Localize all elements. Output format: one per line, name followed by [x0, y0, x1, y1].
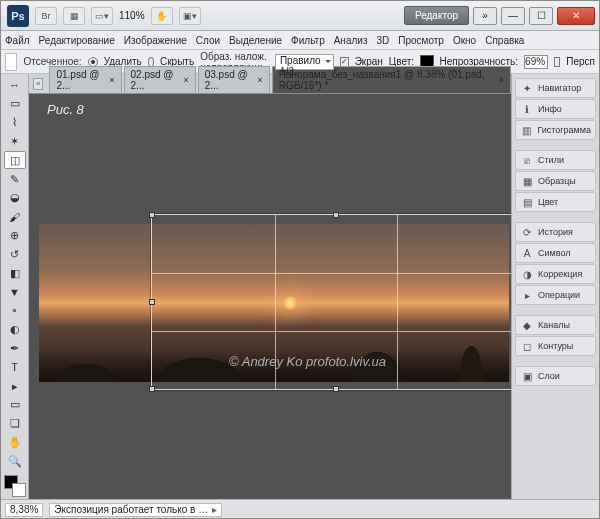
- close-button[interactable]: ✕: [557, 7, 595, 25]
- zoom-tool[interactable]: 🔍: [4, 453, 26, 471]
- minimize-button[interactable]: —: [501, 7, 525, 25]
- panel-Инфо[interactable]: ℹИнфо: [515, 99, 596, 119]
- doc-tab-03[interactable]: 03.psd @ 2...×: [198, 66, 270, 93]
- panel-label: Коррекция: [538, 269, 582, 279]
- menu-file[interactable]: Файл: [5, 35, 30, 46]
- panel-label: Стили: [538, 155, 564, 165]
- crop-handle-n[interactable]: [333, 212, 339, 218]
- panel-Слои[interactable]: ▣Слои: [515, 366, 596, 386]
- panel-Цвет[interactable]: ▤Цвет: [515, 192, 596, 212]
- menu-image[interactable]: Изображение: [124, 35, 187, 46]
- menu-filter[interactable]: Фильтр: [291, 35, 325, 46]
- fg-bg-colors[interactable]: [4, 475, 26, 497]
- panel-label: История: [538, 227, 573, 237]
- pen-tool[interactable]: ✒: [4, 340, 26, 358]
- crop-tool-preset-icon[interactable]: [5, 53, 17, 71]
- crop-handle-w[interactable]: [149, 299, 155, 305]
- blur-tool[interactable]: ∘: [4, 302, 26, 320]
- panel-Символ[interactable]: AСимвол: [515, 243, 596, 263]
- title-zoom[interactable]: 110%: [119, 10, 145, 21]
- brush-tool[interactable]: 🖌: [4, 208, 26, 226]
- panel-icon: ✦: [520, 81, 534, 95]
- shape-tool[interactable]: ▭: [4, 396, 26, 414]
- stamp-tool[interactable]: ⊕: [4, 227, 26, 245]
- title-bar-right: Редактор » — ☐ ✕: [404, 6, 595, 25]
- canvas[interactable]: Рис. 8 © Andrey Ko profoto.lviv.ua: [29, 94, 511, 499]
- panel-История[interactable]: ⟳История: [515, 222, 596, 242]
- panel-Образцы[interactable]: ▦Образцы: [515, 171, 596, 191]
- overlay-select[interactable]: Правило 1/3: [275, 54, 334, 70]
- view-layout-icon[interactable]: ▭▾: [91, 7, 113, 25]
- eraser-tool[interactable]: ◧: [4, 264, 26, 282]
- doc-tab-label: 01.psd @ 2...: [56, 69, 105, 91]
- menu-select[interactable]: Выделение: [229, 35, 282, 46]
- path-select-tool[interactable]: ▸: [4, 377, 26, 395]
- panel-Операции[interactable]: ▸Операции: [515, 285, 596, 305]
- menu-3d[interactable]: 3D: [376, 35, 389, 46]
- panel-Стили[interactable]: ⎚Стили: [515, 150, 596, 170]
- eyedropper-tool[interactable]: ✎: [4, 170, 26, 188]
- panel-Гистограмма[interactable]: ▥Гистограмма: [515, 120, 596, 140]
- hide-radio[interactable]: [148, 57, 154, 67]
- editor-workspace-button[interactable]: Редактор: [404, 6, 469, 25]
- delete-radio[interactable]: [88, 57, 98, 67]
- tab-scroll-icon[interactable]: «: [33, 78, 43, 90]
- lasso-tool[interactable]: ⌇: [4, 114, 26, 132]
- panel-icon: A: [520, 246, 534, 260]
- status-message-text: Экспозиция работает только в …: [54, 504, 208, 515]
- panel-icon: ℹ: [520, 102, 534, 116]
- view-mode-icon[interactable]: ▣▾: [179, 7, 201, 25]
- bridge-icon[interactable]: Br: [35, 7, 57, 25]
- menu-help[interactable]: Справка: [485, 35, 524, 46]
- move-tool[interactable]: ↔: [4, 76, 26, 94]
- close-icon[interactable]: ×: [109, 75, 114, 85]
- gradient-tool[interactable]: ▼: [4, 283, 26, 301]
- menu-edit[interactable]: Редактирование: [39, 35, 115, 46]
- type-tool[interactable]: T: [4, 358, 26, 376]
- maximize-button[interactable]: ☐: [529, 7, 553, 25]
- panel-label: Символ: [538, 248, 570, 258]
- watermark: © Andrey Ko profoto.lviv.ua: [229, 354, 386, 369]
- minibridge-icon[interactable]: ▦: [63, 7, 85, 25]
- crop-tool[interactable]: ◫: [4, 151, 26, 169]
- doc-tab-panorama[interactable]: Панорама_без_названия1 @ 8,38% (01.psd, …: [272, 66, 511, 93]
- status-zoom[interactable]: 8,38%: [5, 503, 43, 517]
- panel-label: Слои: [538, 371, 560, 381]
- panel-label: Гистограмма: [537, 125, 591, 135]
- healing-tool[interactable]: ◒: [4, 189, 26, 207]
- history-brush-tool[interactable]: ↺: [4, 245, 26, 263]
- status-message[interactable]: Экспозиция работает только в …▸: [49, 503, 222, 517]
- perspective-label: Персп: [566, 56, 595, 67]
- marquee-tool[interactable]: ▭: [4, 95, 26, 113]
- menu-view[interactable]: Просмотр: [398, 35, 444, 46]
- panel-Каналы[interactable]: ◆Каналы: [515, 315, 596, 335]
- menu-window[interactable]: Окно: [453, 35, 476, 46]
- workspace-expand-icon[interactable]: »: [473, 7, 497, 25]
- 3d-tool[interactable]: ❏: [4, 415, 26, 433]
- quick-select-tool[interactable]: ✶: [4, 132, 26, 150]
- panel-Коррекция[interactable]: ◑Коррекция: [515, 264, 596, 284]
- crop-handle-s[interactable]: [333, 386, 339, 392]
- panel-icon: ▦: [520, 174, 534, 188]
- menu-analysis[interactable]: Анализ: [334, 35, 368, 46]
- panel-icon: ▤: [520, 195, 534, 209]
- screen-checkbox[interactable]: [340, 57, 349, 67]
- panel-icon: ⎚: [520, 153, 534, 167]
- hand-tool-icon[interactable]: ✋: [151, 7, 173, 25]
- menu-layers[interactable]: Слои: [196, 35, 220, 46]
- panel-Навигатор[interactable]: ✦Навигатор: [515, 78, 596, 98]
- close-icon[interactable]: ×: [499, 75, 504, 85]
- hand-tool[interactable]: ✋: [4, 434, 26, 452]
- crop-handle-nw[interactable]: [149, 212, 155, 218]
- close-icon[interactable]: ×: [258, 75, 263, 85]
- perspective-checkbox[interactable]: [554, 57, 560, 67]
- crop-handle-sw[interactable]: [149, 386, 155, 392]
- panel-label: Образцы: [538, 176, 576, 186]
- dodge-tool[interactable]: ◐: [4, 321, 26, 339]
- opacity-value[interactable]: 69%: [524, 55, 548, 69]
- doc-tab-01[interactable]: 01.psd @ 2...×: [49, 66, 121, 93]
- doc-tab-02[interactable]: 02.psd @ 2...×: [124, 66, 196, 93]
- status-bar: 8,38% Экспозиция работает только в …▸: [1, 499, 599, 519]
- panel-Контуры[interactable]: ◻Контуры: [515, 336, 596, 356]
- close-icon[interactable]: ×: [183, 75, 188, 85]
